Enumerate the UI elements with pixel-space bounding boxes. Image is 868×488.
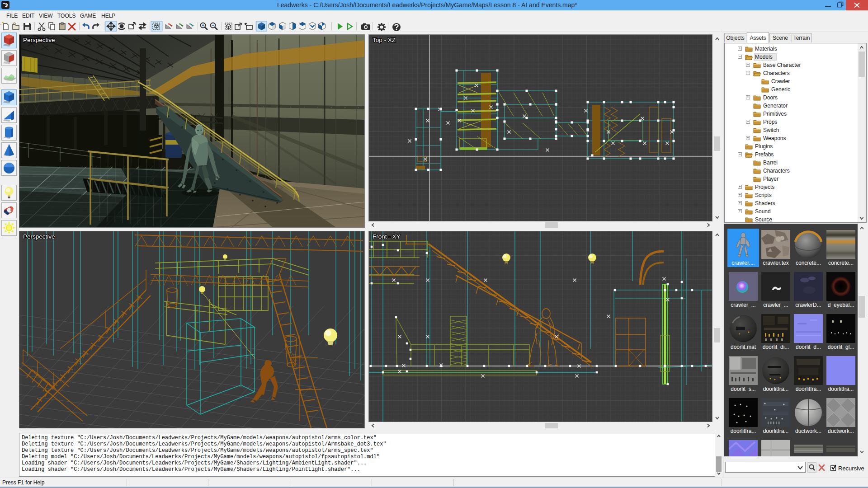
svg-text:Front - XY: Front - XY bbox=[373, 233, 401, 240]
svg-text:Top - XZ: Top - XZ bbox=[373, 37, 396, 43]
svg-text:Perspective: Perspective bbox=[23, 233, 55, 240]
svg-text:Perspective: Perspective bbox=[23, 37, 55, 43]
